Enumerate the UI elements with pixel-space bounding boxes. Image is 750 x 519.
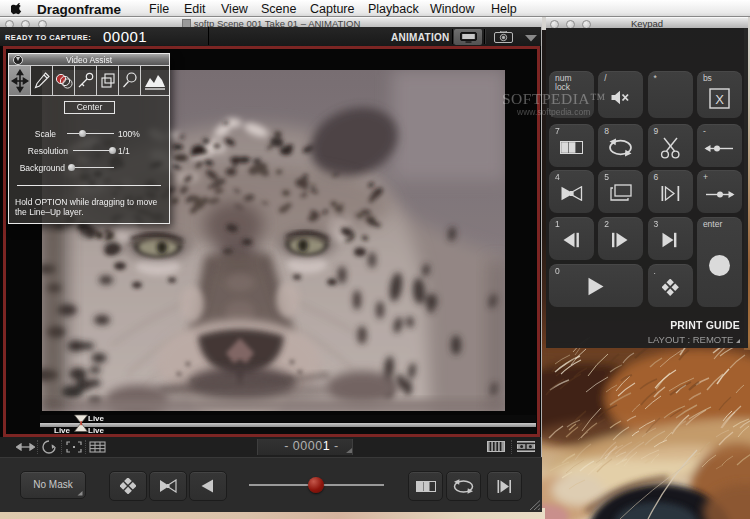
svg-text:X: X <box>715 92 724 107</box>
